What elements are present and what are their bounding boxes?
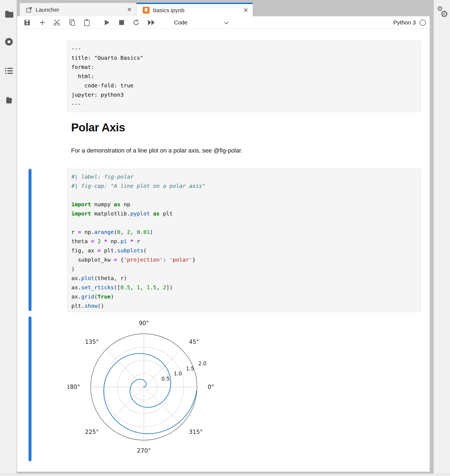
chevron-down-icon <box>223 20 229 26</box>
status-bar <box>0 474 450 476</box>
tab-bar: Launcher ✕ basics.ipynb ✕ <box>17 0 430 16</box>
right-sidebar: ⚙ ⚙ <box>433 0 450 476</box>
markdown-heading: Polar Axis <box>71 121 125 134</box>
save-button[interactable] <box>23 18 32 27</box>
svg-text:135°: 135° <box>85 339 99 345</box>
svg-text:2.0: 2.0 <box>198 360 206 366</box>
restart-kernel-button[interactable] <box>132 18 141 27</box>
svg-text:1.0: 1.0 <box>174 370 182 376</box>
gear-large-icon: ⚙ <box>440 9 448 19</box>
restart-run-all-button[interactable] <box>147 18 156 27</box>
add-cell-button[interactable] <box>38 18 47 27</box>
notebook-icon <box>142 7 150 14</box>
running-kernels-icon[interactable] <box>4 37 14 46</box>
paste-cells-button[interactable] <box>82 18 91 27</box>
tab-basics-label: basics.ipynb <box>153 7 239 14</box>
svg-text:225°: 225° <box>85 429 99 435</box>
left-activity-bar <box>0 0 17 476</box>
svg-text:45°: 45° <box>189 339 199 345</box>
kernel-indicator[interactable]: Python 3 <box>393 18 426 27</box>
copy-cells-button[interactable] <box>68 18 77 27</box>
cut-cells-button[interactable] <box>52 18 62 27</box>
notebook-content: --- title: "Quarto Basics" format: html:… <box>17 29 430 472</box>
tab-basics-close-icon[interactable]: ✕ <box>239 7 253 14</box>
raw-cell-text[interactable]: --- title: "Quarto Basics" format: html:… <box>68 41 420 112</box>
input-collapser-bar[interactable] <box>28 169 31 311</box>
property-inspector-icon[interactable]: ⚙ ⚙ <box>436 5 448 19</box>
external-link-icon <box>26 7 32 13</box>
table-of-contents-icon[interactable] <box>4 66 14 75</box>
svg-text:0.5: 0.5 <box>161 376 170 382</box>
markdown-paragraph: For a demonstration of a line plot on a … <box>71 147 242 154</box>
tab-basics-ipynb[interactable]: basics.ipynb ✕ <box>137 3 253 16</box>
cell-type-select[interactable]: Code <box>169 19 232 27</box>
tab-launcher-label: Launcher <box>36 7 123 13</box>
code-cell[interactable]: #| label: fig-polar#| fig-cap: "A line p… <box>67 169 421 312</box>
code-cell-editor[interactable]: #| label: fig-polar#| fig-cap: "A line p… <box>68 169 420 313</box>
svg-text:180°: 180° <box>68 384 80 390</box>
svg-text:315°: 315° <box>189 429 203 435</box>
cell-type-label: Code <box>174 19 188 26</box>
svg-text:0°: 0° <box>208 384 214 390</box>
kernel-status-icon[interactable] <box>420 20 426 26</box>
notebook-toolbar: Code Python 3 <box>17 16 430 29</box>
run-cell-button[interactable] <box>102 18 112 27</box>
extension-manager-icon[interactable] <box>4 95 14 104</box>
tab-launcher[interactable]: Launcher ✕ <box>20 3 137 16</box>
kernel-name: Python 3 <box>393 19 416 26</box>
stop-kernel-button[interactable] <box>117 18 126 27</box>
svg-text:270°: 270° <box>137 448 151 454</box>
output-collapser-bar[interactable] <box>28 316 31 461</box>
polar-plot-figure: 0°45°90°135°180°225°270°315°0.51.01.52.0 <box>68 311 220 463</box>
jupyterlab-window: { "colors": { "brand_blue": "#1976d2", "… <box>0 0 450 476</box>
main-dock-panel: Launcher ✕ basics.ipynb ✕ <box>17 0 430 474</box>
raw-frontmatter-cell[interactable]: --- title: "Quarto Basics" format: html:… <box>67 41 421 112</box>
file-browser-icon[interactable] <box>4 9 14 19</box>
tab-launcher-close-icon[interactable]: ✕ <box>123 6 136 13</box>
svg-text:90°: 90° <box>139 320 149 326</box>
svg-text:1.5: 1.5 <box>186 366 194 372</box>
polar-plot-output: 0°45°90°135°180°225°270°315°0.51.01.52.0 <box>68 311 220 463</box>
